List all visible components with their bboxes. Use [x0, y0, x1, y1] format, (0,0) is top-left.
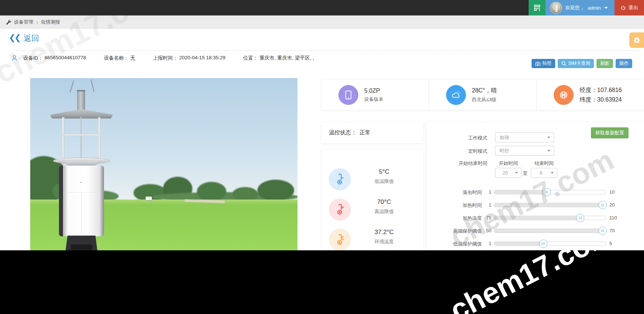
operate-button[interactable]: 操作: [616, 59, 632, 68]
card-weather: 28C°，晴 西北风≤3级: [429, 80, 536, 110]
thermometer-ambient-icon: [335, 234, 345, 245]
double-chevron-left-icon: [10, 34, 20, 42]
end-time-header: 结束时间: [531, 160, 557, 167]
device-cabinet: [59, 166, 104, 236]
camera-icon: [535, 61, 540, 66]
van: [146, 197, 152, 200]
cloud-icon: [451, 91, 461, 99]
back-label: 返回: [24, 33, 39, 43]
qr-code-icon: [534, 4, 540, 11]
back-button[interactable]: 返回: [10, 33, 39, 43]
ambient-temp-value: 37.2°C: [355, 229, 414, 236]
low-temp-label: 低温限值: [355, 178, 414, 185]
device-name-field: 设备名称： 无: [104, 55, 135, 61]
logout-label: 退出: [629, 4, 638, 11]
username: admin: [588, 5, 601, 11]
device-info-row: 设备ID： 865650044610778 设备名称： 无 上报时间： 2020…: [11, 54, 327, 61]
search-icon: [561, 61, 566, 66]
sim-query-button[interactable]: SIM卡查询: [558, 59, 594, 68]
wrench-icon: [5, 19, 11, 25]
photo-button[interactable]: 拍照: [532, 59, 555, 68]
location-field: 位置： 重庆市, 重庆市, 梁平区, ,: [243, 55, 314, 61]
breadcrumb-page: 虫情测报: [41, 19, 60, 25]
card-coordinates: 经度：107.6816 纬度：30.63924: [536, 80, 644, 110]
avatar: [550, 2, 562, 14]
device-chimney: [77, 90, 85, 112]
bottom-black-band: chem17.com: [0, 250, 644, 314]
temp-status-label: 温控状态：: [329, 129, 356, 136]
time-range-label: 开始结束时间: [427, 160, 487, 167]
low-temp-value: 5°C: [355, 168, 414, 176]
metric-high-temp: 70°C 高温限值: [321, 195, 423, 224]
weather-value: 28C°，晴: [472, 87, 497, 95]
longitude-value: 经度：107.6816: [579, 87, 622, 94]
slider-low-temp-threshold: 低温保护阈值 1 5: [427, 239, 644, 248]
breadcrumb-separator: ›: [36, 19, 38, 25]
slider-insect-drop-time: 落虫时间 1 10: [427, 188, 644, 197]
slider-high-temp-threshold: 高温保护阈值 50 70: [427, 226, 644, 235]
slider-heating-time: 加热时间 1 20: [427, 201, 644, 209]
phone-icon: [344, 90, 352, 100]
metric-ambient-temp: 37.2°C 环境温度: [321, 225, 423, 250]
latitude-value: 纬度：30.63924: [579, 96, 622, 104]
top-navbar: 欢迎您， admin 退出: [0, 0, 644, 15]
globe-icon: [559, 91, 568, 99]
refresh-button[interactable]: 刷新: [596, 59, 613, 68]
work-mode-select[interactable]: 加强: [495, 133, 554, 142]
chevron-down-icon: [604, 7, 608, 9]
fetch-config-button[interactable]: 获取最新配置: [591, 127, 629, 138]
info-cards-row: 5.0ZP 设备版本 28C°，晴 西北风≤3级 经度：107.6816 纬度：…: [321, 80, 644, 110]
thermometer-low-icon: [335, 174, 345, 185]
chevron-down-icon: [547, 150, 550, 152]
slider-track[interactable]: [494, 190, 606, 194]
timer-mode-label: 定时模式: [427, 148, 487, 155]
start-time-select[interactable]: 20: [495, 168, 522, 178]
start-time-header: 开始时间: [495, 160, 522, 167]
user-icon: [11, 54, 18, 61]
thermometer-high-icon: [335, 204, 345, 215]
temp-status-value: 正常: [359, 129, 370, 136]
chevron-down-icon: [547, 137, 550, 138]
chevron-down-icon: [551, 172, 554, 174]
breadcrumb: 设备管理 › 虫情测报: [0, 15, 644, 29]
slider-handle[interactable]: [539, 240, 547, 248]
device-photo: [30, 78, 297, 250]
welcome-text: 欢迎您，: [565, 4, 585, 11]
slider-handle[interactable]: [543, 188, 551, 196]
slider-handle[interactable]: [576, 214, 584, 222]
device-id-field: 设备ID： 865650044610778: [23, 55, 86, 61]
high-temp-label: 高温限值: [355, 208, 414, 215]
logout-button[interactable]: 退出: [615, 0, 644, 15]
report-time-field: 上报时间： 2020-04-15 18:35:29: [153, 55, 226, 61]
action-buttons: 拍照 SIM卡查询 刷新 操作: [532, 59, 632, 68]
qr-code-button[interactable]: [529, 0, 546, 15]
chevron-down-icon: [515, 172, 518, 174]
device-version-label: 设备版本: [364, 96, 383, 103]
config-panel: 获取最新配置 工作模式 加强 定时模式 时控 开始结束时间 开始时间 结束时间 …: [427, 122, 644, 250]
divider: [17, 50, 641, 51]
slider-track[interactable]: [494, 241, 606, 246]
settings-tab-button[interactable]: [629, 32, 644, 48]
slider-handle[interactable]: [599, 227, 607, 235]
metric-low-temp: 5°C 低温限值: [321, 165, 423, 194]
card-device-version: 5.0ZP 设备版本: [321, 80, 429, 110]
device-version-value: 5.0ZP: [364, 88, 383, 94]
wind-value: 西北风≤3级: [472, 96, 497, 103]
slider-track[interactable]: [494, 203, 606, 207]
slider-handle[interactable]: [599, 201, 607, 209]
slider-heating-temp: 加热温度 75 110: [427, 214, 644, 222]
work-mode-label: 工作模式: [427, 135, 487, 141]
user-menu[interactable]: 欢迎您， admin: [546, 0, 615, 15]
breadcrumb-section[interactable]: 设备管理: [14, 19, 33, 25]
gear-icon: [633, 37, 640, 44]
temp-status-panel: 温控状态： 正常: [321, 122, 423, 143]
watermark: chem17.com: [445, 250, 619, 314]
ambient-temp-label: 环境温度: [355, 239, 414, 245]
temp-metrics-panel: 5°C 低温限值 70°C 高温限值 37.2°C 环境温度: [321, 150, 423, 250]
power-icon: [620, 5, 626, 11]
time-joiner: 至: [523, 170, 528, 177]
slider-track[interactable]: [494, 216, 606, 220]
end-time-select[interactable]: 6: [531, 168, 557, 178]
timer-mode-select[interactable]: 时控: [495, 146, 554, 156]
slider-track[interactable]: [494, 229, 606, 233]
